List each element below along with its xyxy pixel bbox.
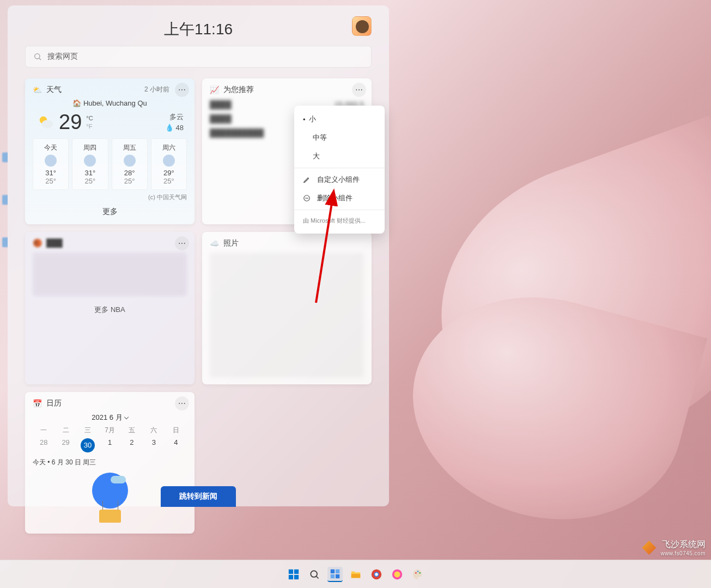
- weather-humidity: 💧 48: [165, 122, 184, 133]
- svg-point-20: [375, 573, 378, 576]
- search-placeholder: 搜索网页: [47, 52, 78, 62]
- svg-rect-8: [294, 569, 298, 573]
- weather-condition: 多云: [165, 112, 184, 122]
- sports-content: [33, 253, 187, 296]
- calendar-day[interactable]: 4: [165, 438, 187, 452]
- start-button[interactable]: [286, 567, 301, 582]
- svg-point-3: [42, 120, 53, 128]
- calendar-weekday: 7月: [99, 426, 120, 435]
- menu-size-small[interactable]: 小: [294, 110, 385, 128]
- weather-title: 天气: [46, 85, 62, 95]
- photos-widget[interactable]: ☁️ 照片: [202, 232, 372, 384]
- menu-divider: [294, 168, 385, 168]
- svg-rect-9: [288, 574, 293, 579]
- calendar-more-button[interactable]: ⋯: [175, 396, 189, 411]
- sun-cloud-icon: [36, 113, 56, 132]
- svg-point-25: [419, 572, 421, 573]
- onedrive-icon: ☁️: [210, 239, 219, 248]
- taskbar-chrome[interactable]: [369, 567, 384, 582]
- calendar-widget[interactable]: 📅 日历 ⋯ 2021 6 月 一二三7月五六日2829301234 今天 • …: [25, 392, 195, 534]
- sports-icon: 🏀: [33, 238, 42, 247]
- calendar-icon: 📅: [33, 399, 42, 408]
- menu-remove[interactable]: 删除小组件: [294, 189, 385, 207]
- svg-point-23: [415, 572, 416, 573]
- stocks-title: 为您推荐: [223, 85, 254, 95]
- svg-point-24: [417, 571, 418, 572]
- forecast-day[interactable]: 周四31°25°: [72, 138, 108, 190]
- weather-timestamp: 2 小时前: [144, 85, 169, 94]
- sports-title: ███: [46, 238, 63, 247]
- svg-point-22: [394, 571, 400, 577]
- forecast-day[interactable]: 周五28°25°: [112, 138, 148, 190]
- menu-footer: 由 Microsoft 财经提供...: [294, 212, 385, 229]
- current-temp: 29: [59, 111, 82, 134]
- panel-header: 上午11:16: [25, 13, 372, 46]
- user-avatar[interactable]: [352, 16, 372, 36]
- calendar-month[interactable]: 2021 6 月: [33, 413, 187, 422]
- calendar-day[interactable]: 3: [143, 438, 165, 452]
- calendar-today-label: 今天 • 6 月 30 日 周三: [33, 458, 187, 467]
- taskbar: [0, 560, 711, 588]
- search-input[interactable]: 搜索网页: [25, 46, 372, 68]
- svg-line-12: [316, 576, 318, 578]
- photos-title: 照片: [223, 238, 239, 248]
- menu-size-medium[interactable]: 中等: [294, 128, 385, 147]
- calendar-day[interactable]: 30: [77, 438, 99, 452]
- calendar-weekday: 一: [33, 426, 54, 435]
- photos-content: [210, 253, 364, 378]
- weather-more-link[interactable]: 更多: [33, 201, 187, 218]
- news-button[interactable]: 跳转到新闻: [161, 486, 236, 507]
- calendar-weekday: 三: [77, 426, 99, 435]
- taskbar-browser[interactable]: [390, 567, 405, 582]
- forecast-day[interactable]: 周六29°25°: [151, 138, 187, 190]
- weather-widget[interactable]: ⛅ 天气 2 小时前 ⋯ 🏠 Hubei, Wuchang Qu 29 °C°F…: [25, 78, 195, 224]
- weather-more-button[interactable]: ⋯: [175, 83, 189, 97]
- svg-rect-14: [335, 569, 339, 573]
- calendar-weekday: 日: [165, 426, 187, 435]
- svg-point-0: [35, 54, 40, 59]
- svg-rect-10: [294, 574, 298, 579]
- pencil-icon: [303, 176, 311, 183]
- widget-context-menu: 小 中等 大 自定义小组件 删除小组件 由 Microsoft 财经提供...: [294, 106, 385, 234]
- weather-icon: ⛅: [33, 85, 42, 94]
- weather-location: 🏠 Hubei, Wuchang Qu: [33, 99, 187, 107]
- sports-widget[interactable]: 🏀 ███ ⋯ 更多 NBA: [25, 232, 195, 384]
- svg-rect-15: [330, 574, 334, 578]
- menu-divider: [294, 210, 385, 210]
- panel-time: 上午11:16: [164, 19, 233, 40]
- calendar-title: 日历: [46, 399, 62, 408]
- forecast-day[interactable]: 今天31°25°: [33, 138, 69, 190]
- watermark: 飞沙系统网 www.fs0745.com: [642, 539, 706, 556]
- stocks-more-button[interactable]: ⋯: [352, 83, 366, 97]
- calendar-day[interactable]: 28: [33, 438, 54, 452]
- svg-rect-13: [330, 569, 334, 573]
- svg-rect-16: [335, 574, 339, 578]
- svg-rect-17: [351, 574, 360, 578]
- calendar-day[interactable]: 29: [54, 438, 76, 452]
- svg-rect-7: [288, 569, 293, 573]
- svg-point-11: [311, 571, 317, 577]
- taskbar-explorer[interactable]: [348, 567, 363, 582]
- sports-more-button[interactable]: ⋯: [175, 236, 189, 250]
- taskbar-widgets[interactable]: [327, 567, 343, 582]
- balloon-illustration: [88, 473, 132, 527]
- calendar-grid: 一二三7月五六日2829301234: [33, 426, 187, 452]
- watermark-url: www.fs0745.com: [660, 550, 706, 556]
- taskbar-search[interactable]: [307, 567, 322, 582]
- temp-unit: °C°F: [86, 114, 93, 130]
- svg-line-1: [39, 58, 41, 60]
- menu-size-large[interactable]: 大: [294, 147, 385, 166]
- calendar-day[interactable]: 2: [121, 438, 143, 452]
- remove-icon: [303, 194, 311, 202]
- weather-source: (c) 中国天气网: [33, 193, 187, 201]
- menu-customize[interactable]: 自定义小组件: [294, 170, 385, 189]
- widgets-panel: 上午11:16 搜索网页 ⛅ 天气 2 小时前 ⋯ 🏠 Hubei, Wucha…: [8, 5, 389, 506]
- calendar-day[interactable]: 1: [99, 438, 120, 452]
- stocks-icon: 📈: [210, 85, 219, 94]
- forecast-row: 今天31°25°周四31°25°周五28°25°周六29°25°: [33, 138, 187, 190]
- calendar-weekday: 五: [121, 426, 143, 435]
- calendar-weekday: 六: [143, 426, 165, 435]
- sports-more-link[interactable]: 更多 NBA: [33, 302, 187, 315]
- taskbar-paint[interactable]: [410, 567, 426, 582]
- watermark-title: 飞沙系统网: [660, 539, 706, 550]
